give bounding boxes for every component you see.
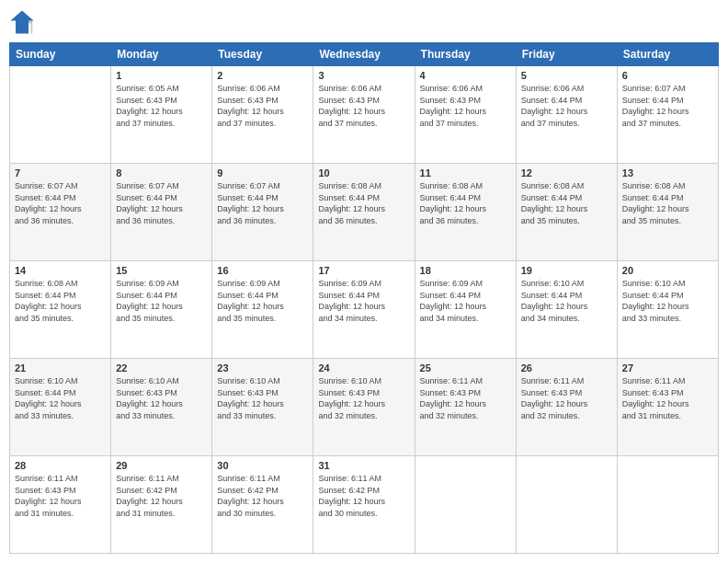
day-number: 7 <box>15 167 106 178</box>
day-info: Sunrise: 6:05 AM Sunset: 6:43 PM Dayligh… <box>116 83 207 129</box>
calendar-table: SundayMondayTuesdayWednesdayThursdayFrid… <box>9 42 719 554</box>
calendar-cell: 15Sunrise: 6:09 AM Sunset: 6:44 PM Dayli… <box>111 261 212 359</box>
calendar-cell: 27Sunrise: 6:11 AM Sunset: 6:43 PM Dayli… <box>617 359 718 456</box>
day-info: Sunrise: 6:09 AM Sunset: 6:44 PM Dayligh… <box>420 278 511 324</box>
calendar-cell: 29Sunrise: 6:11 AM Sunset: 6:42 PM Dayli… <box>111 456 212 554</box>
header <box>9 9 719 35</box>
day-info: Sunrise: 6:11 AM Sunset: 6:43 PM Dayligh… <box>420 375 511 421</box>
day-info: Sunrise: 6:06 AM Sunset: 6:43 PM Dayligh… <box>217 83 308 129</box>
calendar-cell: 28Sunrise: 6:11 AM Sunset: 6:43 PM Dayli… <box>10 456 111 554</box>
calendar-cell: 20Sunrise: 6:10 AM Sunset: 6:44 PM Dayli… <box>617 261 718 359</box>
calendar-cell: 9Sunrise: 6:07 AM Sunset: 6:44 PM Daylig… <box>212 164 313 261</box>
calendar-cell: 7Sunrise: 6:07 AM Sunset: 6:44 PM Daylig… <box>10 164 111 261</box>
calendar-cell: 19Sunrise: 6:10 AM Sunset: 6:44 PM Dayli… <box>516 261 617 359</box>
day-info: Sunrise: 6:06 AM Sunset: 6:44 PM Dayligh… <box>521 83 612 129</box>
day-number: 4 <box>420 70 511 81</box>
calendar-cell: 5Sunrise: 6:06 AM Sunset: 6:44 PM Daylig… <box>516 66 617 164</box>
weekday-header: Monday <box>111 43 212 66</box>
calendar-cell: 2Sunrise: 6:06 AM Sunset: 6:43 PM Daylig… <box>212 66 313 164</box>
day-number: 1 <box>116 70 207 81</box>
calendar-cell: 8Sunrise: 6:07 AM Sunset: 6:44 PM Daylig… <box>111 164 212 261</box>
day-info: Sunrise: 6:08 AM Sunset: 6:44 PM Dayligh… <box>521 180 612 226</box>
page: SundayMondayTuesdayWednesdayThursdayFrid… <box>0 0 728 563</box>
day-number: 18 <box>420 265 511 276</box>
day-info: Sunrise: 6:09 AM Sunset: 6:44 PM Dayligh… <box>217 278 308 324</box>
calendar-cell: 4Sunrise: 6:06 AM Sunset: 6:43 PM Daylig… <box>415 66 516 164</box>
day-info: Sunrise: 6:07 AM Sunset: 6:44 PM Dayligh… <box>116 180 207 226</box>
day-info: Sunrise: 6:11 AM Sunset: 6:43 PM Dayligh… <box>622 375 713 421</box>
calendar-cell: 21Sunrise: 6:10 AM Sunset: 6:44 PM Dayli… <box>10 359 111 456</box>
calendar-cell: 23Sunrise: 6:10 AM Sunset: 6:43 PM Dayli… <box>212 359 313 456</box>
day-number: 23 <box>217 362 308 373</box>
calendar-cell: 25Sunrise: 6:11 AM Sunset: 6:43 PM Dayli… <box>415 359 516 456</box>
day-number: 9 <box>217 167 308 178</box>
day-number: 27 <box>622 362 713 373</box>
day-number: 3 <box>318 70 409 81</box>
calendar-cell: 10Sunrise: 6:08 AM Sunset: 6:44 PM Dayli… <box>313 164 415 261</box>
day-number: 5 <box>521 70 612 81</box>
day-number: 8 <box>116 167 207 178</box>
calendar-cell: 12Sunrise: 6:08 AM Sunset: 6:44 PM Dayli… <box>516 164 617 261</box>
calendar-cell <box>415 456 516 554</box>
day-info: Sunrise: 6:11 AM Sunset: 6:43 PM Dayligh… <box>15 473 106 519</box>
day-info: Sunrise: 6:09 AM Sunset: 6:44 PM Dayligh… <box>318 278 409 324</box>
day-number: 29 <box>116 460 207 471</box>
day-info: Sunrise: 6:08 AM Sunset: 6:44 PM Dayligh… <box>622 180 713 226</box>
weekday-header: Thursday <box>415 43 516 66</box>
day-number: 2 <box>217 70 308 81</box>
calendar-cell: 30Sunrise: 6:11 AM Sunset: 6:42 PM Dayli… <box>212 456 313 554</box>
day-number: 15 <box>116 265 207 276</box>
day-info: Sunrise: 6:08 AM Sunset: 6:44 PM Dayligh… <box>318 180 409 226</box>
day-info: Sunrise: 6:08 AM Sunset: 6:44 PM Dayligh… <box>15 278 106 324</box>
logo <box>9 9 39 35</box>
weekday-header: Tuesday <box>212 43 313 66</box>
day-number: 11 <box>420 167 511 178</box>
day-info: Sunrise: 6:10 AM Sunset: 6:44 PM Dayligh… <box>622 278 713 324</box>
day-info: Sunrise: 6:10 AM Sunset: 6:44 PM Dayligh… <box>521 278 612 324</box>
calendar-cell <box>10 66 111 164</box>
calendar-cell: 6Sunrise: 6:07 AM Sunset: 6:44 PM Daylig… <box>617 66 718 164</box>
day-info: Sunrise: 6:10 AM Sunset: 6:43 PM Dayligh… <box>217 375 308 421</box>
day-number: 6 <box>622 70 713 81</box>
day-info: Sunrise: 6:10 AM Sunset: 6:43 PM Dayligh… <box>116 375 207 421</box>
logo-icon <box>9 9 35 35</box>
weekday-header: Wednesday <box>313 43 415 66</box>
day-number: 10 <box>318 167 409 178</box>
day-number: 22 <box>116 362 207 373</box>
calendar-cell: 24Sunrise: 6:10 AM Sunset: 6:43 PM Dayli… <box>313 359 415 456</box>
day-info: Sunrise: 6:10 AM Sunset: 6:44 PM Dayligh… <box>15 375 106 421</box>
day-info: Sunrise: 6:11 AM Sunset: 6:42 PM Dayligh… <box>217 473 308 519</box>
day-number: 30 <box>217 460 308 471</box>
day-number: 17 <box>318 265 409 276</box>
day-info: Sunrise: 6:08 AM Sunset: 6:44 PM Dayligh… <box>420 180 511 226</box>
day-info: Sunrise: 6:11 AM Sunset: 6:42 PM Dayligh… <box>116 473 207 519</box>
calendar-cell: 26Sunrise: 6:11 AM Sunset: 6:43 PM Dayli… <box>516 359 617 456</box>
day-info: Sunrise: 6:11 AM Sunset: 6:43 PM Dayligh… <box>521 375 612 421</box>
day-number: 20 <box>622 265 713 276</box>
day-number: 26 <box>521 362 612 373</box>
day-number: 28 <box>15 460 106 471</box>
day-info: Sunrise: 6:10 AM Sunset: 6:43 PM Dayligh… <box>318 375 409 421</box>
day-info: Sunrise: 6:11 AM Sunset: 6:42 PM Dayligh… <box>318 473 409 519</box>
calendar-cell: 31Sunrise: 6:11 AM Sunset: 6:42 PM Dayli… <box>313 456 415 554</box>
calendar-cell: 18Sunrise: 6:09 AM Sunset: 6:44 PM Dayli… <box>415 261 516 359</box>
day-number: 25 <box>420 362 511 373</box>
calendar-cell: 3Sunrise: 6:06 AM Sunset: 6:43 PM Daylig… <box>313 66 415 164</box>
weekday-header: Sunday <box>10 43 111 66</box>
day-info: Sunrise: 6:06 AM Sunset: 6:43 PM Dayligh… <box>420 83 511 129</box>
calendar-cell: 1Sunrise: 6:05 AM Sunset: 6:43 PM Daylig… <box>111 66 212 164</box>
day-info: Sunrise: 6:07 AM Sunset: 6:44 PM Dayligh… <box>622 83 713 129</box>
day-number: 19 <box>521 265 612 276</box>
calendar-cell <box>617 456 718 554</box>
day-info: Sunrise: 6:07 AM Sunset: 6:44 PM Dayligh… <box>15 180 106 226</box>
day-number: 21 <box>15 362 106 373</box>
weekday-header: Saturday <box>617 43 718 66</box>
day-number: 13 <box>622 167 713 178</box>
day-number: 12 <box>521 167 612 178</box>
calendar-cell: 11Sunrise: 6:08 AM Sunset: 6:44 PM Dayli… <box>415 164 516 261</box>
day-number: 24 <box>318 362 409 373</box>
day-number: 31 <box>318 460 409 471</box>
day-number: 16 <box>217 265 308 276</box>
calendar-cell: 22Sunrise: 6:10 AM Sunset: 6:43 PM Dayli… <box>111 359 212 456</box>
calendar-cell: 17Sunrise: 6:09 AM Sunset: 6:44 PM Dayli… <box>313 261 415 359</box>
